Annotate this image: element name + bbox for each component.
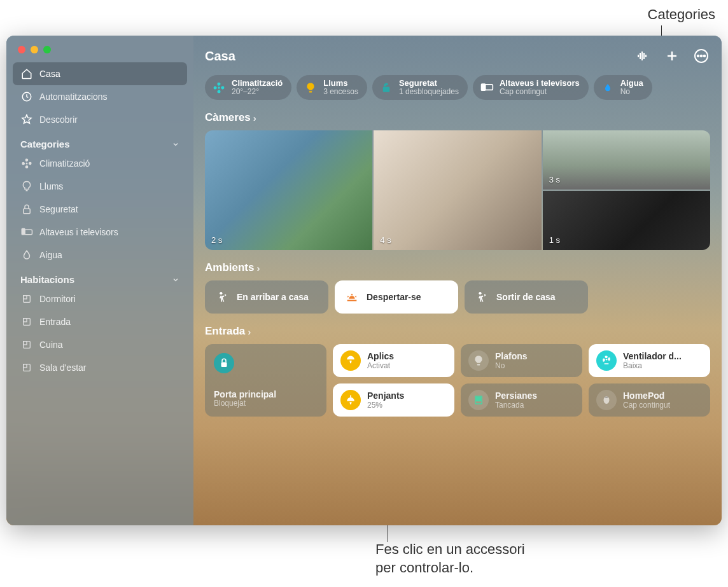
sidebar-item-bedroom[interactable]: Dormitori bbox=[13, 287, 187, 310]
sidebar-item-lights[interactable]: Llums bbox=[13, 175, 187, 198]
zoom-button[interactable] bbox=[43, 46, 51, 53]
category-pills: Climatització 20°–22° Llums 3 encesos bbox=[205, 75, 710, 100]
more-button[interactable] bbox=[692, 47, 710, 65]
pill-label: Llums bbox=[323, 79, 358, 88]
light-icon bbox=[340, 350, 361, 371]
tile-door[interactable]: Porta principal Bloquejat bbox=[205, 344, 326, 417]
svg-point-16 bbox=[704, 55, 706, 57]
person-leave-icon bbox=[475, 290, 489, 304]
sidebar: Casa Automatitzacions Descobrir Categori… bbox=[6, 36, 193, 525]
tile-sub: Activat bbox=[367, 362, 394, 370]
topbar: Casa bbox=[205, 47, 710, 65]
bulb-icon bbox=[468, 350, 489, 371]
chevron-down-icon bbox=[172, 141, 179, 148]
tile-fan[interactable]: Ventilador d... Baixa bbox=[589, 344, 710, 377]
tile-sub: Tancada bbox=[495, 401, 537, 410]
sidebar-item-climate[interactable]: Climatització bbox=[13, 152, 187, 175]
pill-label: Climatització bbox=[232, 79, 283, 88]
svg-point-30 bbox=[605, 397, 608, 398]
drop-icon bbox=[600, 80, 615, 95]
svg-rect-19 bbox=[383, 86, 390, 92]
camera-tile[interactable]: 3 s bbox=[543, 130, 710, 190]
tile-label: HomePod bbox=[623, 391, 670, 401]
tile-aplics[interactable]: Aplics Activat bbox=[333, 344, 454, 377]
sidebar-heading-rooms[interactable]: Habitacions bbox=[13, 266, 187, 287]
sidebar-item-livingroom[interactable]: Sala d'estar bbox=[13, 356, 187, 379]
pill-sub: 3 encesos bbox=[323, 88, 358, 96]
svg-rect-2 bbox=[24, 209, 31, 214]
tv-icon bbox=[20, 226, 33, 238]
sidebar-item-water[interactable]: Aigua bbox=[13, 244, 187, 266]
room-icon bbox=[20, 361, 33, 374]
annotation-categories: Categories bbox=[648, 6, 715, 23]
tile-penjants[interactable]: Penjants 25% bbox=[333, 383, 454, 417]
camera-timestamp: 4 s bbox=[380, 235, 391, 245]
window-controls bbox=[13, 42, 187, 62]
pill-sub: No bbox=[620, 88, 643, 96]
section-label: Entrada bbox=[205, 325, 245, 338]
tile-label: Ventilador d... bbox=[623, 352, 682, 361]
sidebar-item-label: Dormitori bbox=[39, 294, 76, 304]
tile-persianes[interactable]: Persianes Tancada bbox=[461, 383, 582, 417]
room-icon bbox=[20, 293, 33, 305]
sidebar-heading-categories[interactable]: Categories bbox=[13, 131, 187, 152]
sidebar-item-label: Entrada bbox=[39, 317, 71, 327]
tile-sub: 25% bbox=[367, 401, 404, 410]
scene-wake-up[interactable]: Despertar-se bbox=[335, 280, 458, 314]
tile-plafons[interactable]: Plafons No bbox=[461, 344, 582, 377]
sidebar-item-discover[interactable]: Descobrir bbox=[13, 108, 187, 131]
bulb-icon bbox=[303, 80, 318, 95]
svg-point-26 bbox=[606, 359, 608, 361]
section-heading-cameras[interactable]: Càmeres › bbox=[205, 111, 710, 124]
pill-sub: Cap contingut bbox=[500, 88, 580, 96]
heading-label: Categories bbox=[20, 139, 70, 149]
sidebar-item-kitchen[interactable]: Cuina bbox=[13, 333, 187, 356]
camera-timestamp: 1 s bbox=[549, 235, 560, 245]
close-button[interactable] bbox=[18, 46, 25, 53]
camera-tile[interactable]: 4 s bbox=[374, 130, 541, 250]
sunrise-icon bbox=[345, 290, 359, 304]
fan-icon bbox=[211, 80, 227, 95]
svg-point-1 bbox=[26, 163, 28, 165]
camera-tile[interactable]: 1 s bbox=[543, 191, 710, 250]
camera-tile[interactable]: 2 s bbox=[205, 130, 372, 250]
pill-label: Seguretat bbox=[399, 79, 459, 88]
person-arrive-icon bbox=[215, 290, 229, 304]
svg-rect-4 bbox=[22, 228, 25, 235]
svg-rect-21 bbox=[481, 83, 486, 91]
section-heading-scenes[interactable]: Ambients › bbox=[205, 261, 710, 274]
sidebar-item-home[interactable]: Casa bbox=[13, 62, 187, 85]
chevron-right-icon: › bbox=[253, 113, 256, 123]
intercom-button[interactable] bbox=[634, 47, 652, 65]
pill-security[interactable]: Seguretat 1 desbloquejades bbox=[372, 75, 468, 100]
pill-label: Aigua bbox=[620, 79, 643, 88]
svg-rect-24 bbox=[221, 363, 227, 368]
svg-rect-25 bbox=[477, 364, 480, 366]
sidebar-item-entrance[interactable]: Entrada bbox=[13, 310, 187, 333]
scene-arrive-home[interactable]: En arribar a casa bbox=[205, 280, 328, 314]
pill-label: Altaveus i televisors bbox=[500, 79, 580, 88]
tile-homepod[interactable]: HomePod Cap contingut bbox=[589, 383, 710, 417]
cameras-grid: 2 s 3 s 4 s 1 s bbox=[205, 130, 710, 250]
scene-leave-home[interactable]: Sortir de casa bbox=[465, 280, 588, 314]
sidebar-item-speakers-tv[interactable]: Altaveus i televisors bbox=[13, 221, 187, 244]
tiles-grid: Porta principal Bloquejat Aplics Activat bbox=[205, 344, 710, 417]
pill-water[interactable]: Aigua No bbox=[594, 75, 652, 100]
bulb-icon bbox=[20, 180, 33, 193]
pill-climate[interactable]: Climatització 20°–22° bbox=[205, 75, 291, 100]
sidebar-item-automations[interactable]: Automatitzacions bbox=[13, 85, 187, 108]
homepod-icon bbox=[596, 390, 617, 410]
sidebar-item-label: Llums bbox=[39, 181, 63, 191]
pill-speakers-tv[interactable]: Altaveus i televisors Cap contingut bbox=[473, 75, 589, 100]
clock-icon bbox=[20, 90, 33, 103]
section-label: Ambients bbox=[205, 261, 254, 274]
section-label: Càmeres bbox=[205, 111, 251, 124]
minimize-button[interactable] bbox=[31, 46, 38, 53]
tile-sub: Cap contingut bbox=[623, 401, 670, 410]
svg-point-23 bbox=[479, 293, 481, 295]
pill-lights[interactable]: Llums 3 encesos bbox=[297, 75, 367, 100]
section-heading-room[interactable]: Entrada › bbox=[205, 325, 710, 338]
add-button[interactable] bbox=[663, 47, 681, 65]
tile-label: Aplics bbox=[367, 352, 394, 361]
sidebar-item-security[interactable]: Seguretat bbox=[13, 198, 187, 221]
